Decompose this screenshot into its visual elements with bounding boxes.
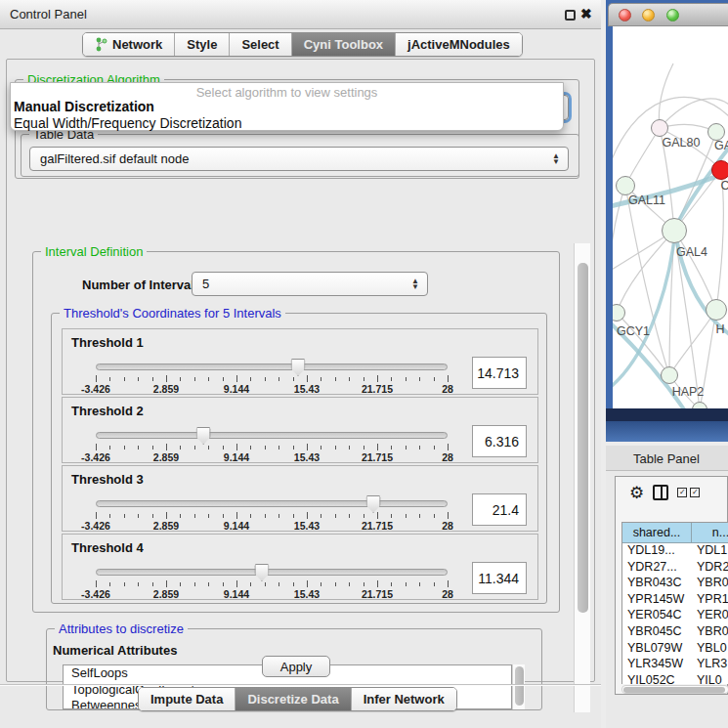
network-node[interactable] bbox=[661, 366, 678, 384]
tab-select[interactable]: Select bbox=[230, 33, 291, 56]
table-row[interactable]: YLR345WYLR3 bbox=[622, 657, 728, 673]
network-node[interactable] bbox=[616, 176, 635, 195]
table-panel-titlebar: Table Panel bbox=[606, 446, 728, 471]
threshold-slider[interactable]: -3.4262.8599.14415.4321.71528 bbox=[96, 498, 448, 528]
checkbox-icon[interactable]: ✓ bbox=[677, 488, 687, 497]
table-row[interactable]: YPR145WYPR1 bbox=[622, 592, 728, 609]
control-panel-content: Discretization Algorithm Table Data galF… bbox=[6, 59, 595, 682]
slider-track[interactable] bbox=[96, 569, 448, 576]
threshold-box: Threshold 3 -3.4262.8599.14415.4321.7152… bbox=[62, 465, 538, 532]
table-row[interactable]: YBR043CYBR0 bbox=[622, 576, 728, 592]
table-row[interactable]: YBR045CYBR0 bbox=[622, 624, 728, 641]
network-node[interactable] bbox=[662, 218, 687, 243]
spinner-arrows-icon: ▲▼ bbox=[411, 278, 419, 290]
tab-infer-network[interactable]: Infer Network bbox=[352, 688, 456, 710]
threshold-label: Threshold 4 bbox=[71, 540, 144, 555]
algorithm-option[interactable]: Equal Width/Frequency Discretization bbox=[14, 115, 241, 131]
slider-tick-labels: -3.4262.8599.14415.4321.71528 bbox=[96, 451, 448, 463]
threshold-label: Threshold 1 bbox=[71, 335, 144, 350]
mac-close-icon[interactable] bbox=[619, 9, 631, 21]
interval-definition-title: Interval Definition bbox=[41, 244, 147, 259]
float-window-icon[interactable] bbox=[565, 10, 576, 21]
table-row[interactable]: YIL052CYIL0 bbox=[622, 673, 728, 684]
attributes-scrollbar[interactable] bbox=[512, 664, 525, 709]
network-canvas[interactable]: GAL80GACGAL11GAL4GCY1HHAP2 bbox=[613, 26, 728, 408]
slider-track[interactable] bbox=[96, 500, 448, 507]
table-row[interactable]: YBL079WYBL0 bbox=[622, 641, 728, 658]
apply-button[interactable]: Apply bbox=[262, 656, 330, 677]
table-row[interactable]: YDL19...YDL1 bbox=[622, 543, 728, 560]
threshold-value-field[interactable]: 6.316 bbox=[472, 425, 527, 457]
node-label: H bbox=[715, 322, 724, 336]
tab-jactivemnodules[interactable]: jActiveMNodules bbox=[396, 33, 522, 56]
slider-track[interactable] bbox=[96, 364, 448, 370]
column-layout-icon[interactable] bbox=[653, 485, 668, 500]
table-horizontal-scrollbar[interactable] bbox=[621, 685, 728, 694]
slider-ticks bbox=[96, 375, 448, 383]
slider-thumb[interactable] bbox=[366, 495, 381, 513]
tab-label: Network bbox=[112, 37, 162, 52]
node-label: GAL80 bbox=[663, 136, 701, 150]
network-view-window: GAL80GACGAL11GAL4GCY1HHAP2 bbox=[606, 0, 728, 442]
table-cell: YDL1 bbox=[692, 543, 728, 560]
threshold-value-field[interactable]: 11.344 bbox=[472, 562, 527, 594]
table-row[interactable]: YDR27...YDR2 bbox=[622, 560, 728, 577]
table-cell: YBL079W bbox=[622, 641, 692, 658]
table-toolbar: ⚙ ✓ ✓ bbox=[616, 477, 727, 508]
thresholds-title: Threshold's Coordinates for 5 Intervals bbox=[60, 306, 285, 321]
slider-track[interactable] bbox=[96, 432, 448, 439]
node-label: GCY1 bbox=[617, 324, 650, 338]
interval-definition-group: Interval Definition Number of Intervals … bbox=[32, 251, 560, 613]
table-column-header[interactable]: n... bbox=[692, 523, 728, 543]
table-cell: YPR145W bbox=[622, 592, 692, 609]
table-panel-body: ⚙ ✓ ✓ shared...n... YDL19...YDL1YDR27...… bbox=[615, 476, 728, 695]
algorithm-option[interactable]: Manual Discretization bbox=[14, 99, 154, 114]
table-cell: YBR0 bbox=[692, 576, 728, 592]
tab-style[interactable]: Style bbox=[175, 33, 230, 56]
threshold-value-field[interactable]: 21.4 bbox=[472, 493, 527, 526]
network-node[interactable] bbox=[711, 160, 728, 180]
threshold-value-field[interactable]: 14.713 bbox=[472, 357, 527, 389]
settings-gear-icon[interactable]: ⚙ bbox=[629, 483, 644, 503]
table-cell: YPR1 bbox=[692, 592, 728, 609]
network-node[interactable] bbox=[651, 119, 668, 137]
mac-zoom-icon[interactable] bbox=[666, 9, 679, 21]
slider-thumb[interactable] bbox=[254, 564, 269, 581]
number-of-intervals-label: Number of Intervals bbox=[82, 278, 201, 292]
close-icon[interactable]: ✖ bbox=[580, 6, 592, 21]
threshold-slider[interactable]: -3.4262.8599.14415.4321.71528 bbox=[96, 362, 448, 391]
table-cell: YER0 bbox=[692, 608, 728, 624]
threshold-label: Threshold 3 bbox=[71, 472, 144, 487]
table-cell: YBL0 bbox=[692, 641, 728, 658]
table-row[interactable]: YER054CYER0 bbox=[622, 608, 728, 624]
slider-thumb[interactable] bbox=[196, 427, 211, 445]
number-of-intervals-combobox[interactable]: 5 ▲▼ bbox=[192, 272, 428, 296]
tab-cyni-toolbox[interactable]: Cyni Toolbox bbox=[292, 33, 396, 56]
slider-thumb[interactable] bbox=[291, 359, 306, 376]
threshold-slider[interactable]: -3.4262.8599.14415.4321.71528 bbox=[96, 430, 448, 459]
tab-network[interactable]: Network bbox=[83, 33, 175, 56]
checkbox-icon[interactable]: ✓ bbox=[690, 488, 700, 497]
tab-impute-data[interactable]: Impute Data bbox=[139, 688, 236, 710]
settings-vertical-scrollbar[interactable] bbox=[574, 243, 590, 712]
tab-discretize-data[interactable]: Discretize Data bbox=[236, 688, 351, 710]
network-frame-gradient bbox=[606, 421, 728, 442]
screen: Control Panel ✖ NetworkStyleSelectCyni T… bbox=[0, 0, 728, 728]
mac-minimize-icon[interactable] bbox=[642, 9, 655, 21]
slider-ticks bbox=[96, 512, 448, 520]
tab-label: Style bbox=[187, 37, 217, 52]
node-label: C bbox=[720, 179, 728, 193]
attributes-title: Attributes to discretize bbox=[55, 621, 188, 636]
table-data-value: galFiltered.sif default node bbox=[40, 151, 189, 166]
threshold-slider[interactable]: -3.4262.8599.14415.4321.71528 bbox=[96, 567, 448, 596]
table-data-combobox[interactable]: galFiltered.sif default node ▲▼ bbox=[29, 147, 569, 171]
table-data-group: Table Data galFiltered.sif default node … bbox=[21, 134, 579, 177]
algorithm-placeholder: Select algorithm to view settings bbox=[11, 85, 563, 100]
network-titlebar bbox=[608, 3, 728, 26]
network-node[interactable] bbox=[706, 299, 727, 321]
algorithm-dropdown-popup: Select algorithm to view settings Manual… bbox=[10, 82, 564, 131]
node-table[interactable]: shared...n... YDL19...YDL1YDR27...YDR2YB… bbox=[621, 522, 728, 684]
threshold-box: Threshold 4 -3.4262.8599.14415.4321.7152… bbox=[62, 534, 538, 600]
table-column-header[interactable]: shared... bbox=[622, 523, 692, 543]
network-frame-bottom bbox=[606, 408, 728, 421]
